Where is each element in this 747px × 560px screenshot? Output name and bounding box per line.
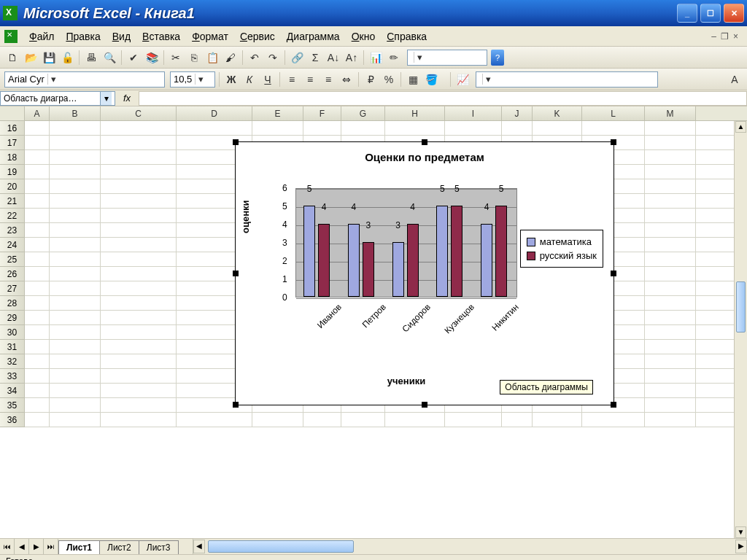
row-header[interactable]: 27 [0,281,25,296]
currency-button[interactable]: ₽ [363,71,379,88]
bar[interactable] [363,242,374,297]
scroll-thumb[interactable] [208,540,354,553]
row-header[interactable]: 21 [0,194,25,209]
scroll-left-button[interactable]: ◀ [193,540,205,553]
row-header[interactable]: 18 [0,150,25,165]
scroll-right-button[interactable]: ▶ [735,540,747,553]
print-button[interactable]: 🖶 [83,50,99,66]
select-all-corner[interactable] [0,106,25,120]
row-header[interactable]: 20 [0,179,25,194]
scroll-up-button[interactable]: ▲ [735,121,746,133]
formula-input[interactable] [139,91,747,106]
window-minimize-button[interactable]: _ [677,4,697,23]
doc-restore-button[interactable]: ❐ [721,31,729,42]
menu-Правка[interactable]: Правка [60,29,106,44]
chart-legend[interactable]: математикарусский язык [520,230,603,268]
copy-button[interactable]: ⎘ [186,50,202,66]
redo-button[interactable]: ↷ [265,50,281,66]
document-icon[interactable] [4,30,18,43]
bar[interactable] [303,206,315,297]
row-header[interactable]: 28 [0,296,25,311]
legend-entry[interactable]: русский язык [527,249,597,262]
bar[interactable] [436,206,448,297]
chart-title[interactable]: Оценки по предметам [236,142,614,168]
new-button[interactable]: 🗋 [4,50,20,66]
row-header[interactable]: 25 [0,252,25,267]
tab-nav-next[interactable]: ▶ [29,539,44,554]
row-header[interactable]: 31 [0,340,25,354]
percent-button[interactable]: % [381,71,397,88]
tab-nav-prev[interactable]: ◀ [15,539,29,554]
menu-Диаграмма[interactable]: Диаграмма [281,29,346,44]
resize-handle[interactable] [422,402,427,408]
paste-button[interactable]: 📋 [204,50,220,66]
column-header[interactable]: E [252,106,303,120]
align-center-button[interactable]: ≡ [302,71,318,88]
legend-entry[interactable]: математика [527,235,597,249]
row-header[interactable]: 32 [0,354,25,369]
italic-button[interactable]: К [241,71,258,88]
column-header[interactable]: G [341,106,385,120]
print-preview-button[interactable]: 🔍 [101,50,117,66]
row-header[interactable]: 30 [0,325,25,340]
name-box-dropdown[interactable]: ▾ [100,92,112,105]
resize-handle[interactable] [611,271,616,276]
column-header[interactable]: C [101,106,177,120]
sort-asc-button[interactable]: A↓ [325,50,341,66]
row-header[interactable]: 16 [0,121,25,136]
align-right-button[interactable]: ≡ [320,71,336,88]
row-header[interactable]: 36 [0,413,25,427]
font-size-combo[interactable]: 10,5▾ [170,71,215,88]
row-header[interactable]: 24 [0,238,25,252]
chart-object[interactable]: Оценки по предметам оценки 5443345545 01… [235,141,614,405]
undo-button[interactable]: ↶ [247,50,263,66]
chart-element-combo[interactable]: ▾ [476,71,658,88]
borders-button[interactable]: ▦ [405,71,421,88]
menu-Окно[interactable]: Окно [346,29,382,44]
open-button[interactable]: 📂 [23,50,39,66]
zoom-combo[interactable]: ▾ [407,50,487,66]
help-button[interactable]: ? [491,50,504,66]
bar[interactable] [495,206,507,297]
sheet-tab[interactable]: Лист1 [58,540,100,554]
plot-area[interactable]: 5443345545 [295,188,517,298]
font-color-button[interactable]: A [727,71,743,88]
menu-Сервис[interactable]: Сервис [234,29,281,44]
resize-handle[interactable] [233,139,239,145]
format-painter-button[interactable]: 🖌 [222,50,239,66]
x-axis-label[interactable]: ученики [295,376,517,386]
column-header[interactable]: H [385,106,445,120]
column-header[interactable]: I [445,106,502,120]
doc-close-button[interactable]: × [733,31,738,42]
column-header[interactable]: J [502,106,533,120]
resize-handle[interactable] [233,402,239,408]
resize-handle[interactable] [422,139,427,145]
hyperlink-button[interactable]: 🔗 [289,50,305,66]
window-maximize-button[interactable]: ☐ [700,4,721,23]
sheet-tab[interactable]: Лист2 [99,540,139,554]
row-header[interactable]: 17 [0,136,25,150]
scroll-thumb[interactable] [736,281,746,332]
bar[interactable] [318,224,330,297]
column-header[interactable]: B [50,106,101,120]
font-name-combo[interactable]: Arial Cyr▾ [4,71,165,88]
resize-handle[interactable] [611,402,616,408]
worksheet-area[interactable]: ABCDEFGHIJKLM 16171819202122232425262728… [0,106,747,538]
bar[interactable] [451,206,462,297]
name-box[interactable]: Область диагра… ▾ [0,91,115,106]
bar[interactable] [481,224,492,297]
align-left-button[interactable]: ≡ [284,71,300,88]
drawing-button[interactable]: ✏ [386,50,402,66]
row-header[interactable]: 26 [0,267,25,281]
bar[interactable] [407,224,419,297]
permission-button[interactable]: 🔓 [59,50,75,66]
resize-handle[interactable] [611,139,616,145]
fill-color-button[interactable]: 🪣 [423,71,439,88]
underline-button[interactable]: Ч [260,71,276,88]
column-header[interactable]: M [645,106,696,120]
tab-nav-first[interactable]: ⏮ [0,539,15,554]
menu-Вид[interactable]: Вид [107,29,136,44]
tab-nav-last[interactable]: ⏭ [44,539,58,554]
menu-Формат[interactable]: Формат [186,29,234,44]
bold-button[interactable]: Ж [223,71,239,88]
